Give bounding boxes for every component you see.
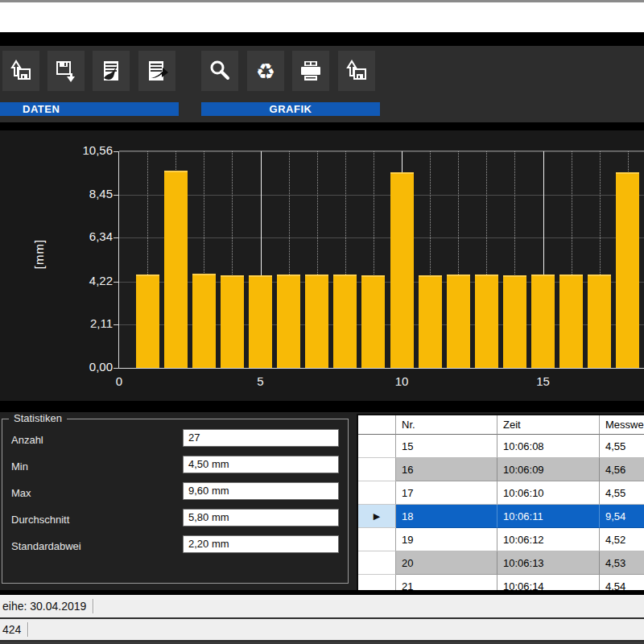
y-tick-label: 0,00 [56,361,113,374]
table-cell[interactable]: 10:06:11 [497,505,600,528]
row-selector[interactable] [358,458,396,481]
bar-chart: [mm] 0,002,114,226,348,4510,56 051015 [0,130,644,401]
table-cell[interactable]: 4,54 [600,575,644,592]
x-tick-label: 0 [116,374,122,388]
row-selector[interactable] [358,551,396,575]
statistics-title: Statistiken [9,412,67,424]
toolbar: ♻ DATEN GRAFIK [0,46,644,122]
table-cell[interactable]: 10:06:08 [497,435,600,458]
bar-measurement-12[interactable] [447,275,470,368]
floppy-up-arrow-icon [343,57,370,85]
table-cell[interactable]: 10:06:09 [497,458,600,481]
row-selector[interactable] [358,528,396,551]
stat-label-standardabwei: Standardabwei [11,537,81,556]
table-row-17[interactable]: 1710:06:104,55 [358,481,644,505]
column-header-messwert[interactable]: Messwert [600,415,644,435]
table-cell[interactable]: 20 [396,551,497,575]
save-data-button[interactable] [47,51,85,91]
bar-measurement-7[interactable] [305,275,328,368]
table-cell[interactable]: 19 [396,528,497,551]
table-row-15[interactable]: 1510:06:084,55 [358,435,644,458]
bar-measurement-17[interactable] [588,275,611,368]
report-document-button[interactable] [138,51,175,91]
table-cell[interactable]: 4,56 [600,458,644,481]
row-selector[interactable] [358,481,396,505]
y-tick-label: 6,34 [56,230,113,243]
bar-measurement-15[interactable] [531,275,555,368]
table-cell[interactable]: 18 [396,505,497,528]
table-corner-cell [358,415,396,435]
toolbar-bottom-strip [0,122,644,130]
load-data-button[interactable] [2,51,39,91]
table-cell[interactable]: 16 [396,458,497,481]
y-tick-label: 4,22 [56,275,113,287]
table-cell[interactable]: 21 [396,575,497,592]
y-tick-label: 2,11 [56,317,113,330]
zoom-button[interactable] [201,51,238,91]
table-cell[interactable]: 15 [396,435,497,458]
bar-measurement-11[interactable] [419,275,442,368]
bar-measurement-8[interactable] [333,275,357,368]
table-cell[interactable]: 10:06:10 [497,481,600,505]
bar-measurement-6[interactable] [277,275,300,368]
table-cell[interactable]: 10:06:13 [497,551,600,575]
refresh-button[interactable]: ♻ [247,51,284,91]
bar-measurement-3[interactable] [192,274,216,368]
chart-plot-area: 051015 [119,151,644,368]
upload-graph-button[interactable] [338,51,375,91]
stat-value-anzahl[interactable]: 27 [183,429,339,447]
table-cell[interactable]: 17 [396,481,497,505]
x-axis-line [118,368,644,369]
recycle-icon: ♻ [256,60,275,82]
bar-measurement-16[interactable] [559,275,583,368]
export-document-button[interactable] [93,51,130,91]
row-selector-current[interactable]: ▶ [358,505,396,528]
stat-value-durchschnitt[interactable]: 5,80 mm [183,509,339,526]
bar-measurement-10[interactable] [390,172,414,368]
title-separator-band [0,32,644,46]
horizontal-gridline [119,237,644,238]
bar-measurement-4[interactable] [221,275,244,368]
document-export-icon [97,57,125,85]
bar-measurement-5[interactable] [249,275,272,368]
stat-value-min[interactable]: 4,50 mm [183,456,339,473]
column-header-zeit[interactable]: Zeit [497,415,600,435]
table-row-21[interactable]: 2110:06:144,54 [358,575,644,592]
measurement-table[interactable]: Nr.ZeitMesswert 1510:06:084,551610:06:09… [357,414,644,592]
stat-value-standardabwei[interactable]: 2,20 mm [183,535,339,553]
table-cell[interactable]: 4,55 [600,481,644,505]
y-tick-label: 8,45 [56,188,113,200]
bar-measurement-14[interactable] [503,275,526,368]
floppy-down-arrow-icon [52,57,80,85]
table-row-19[interactable]: 1910:06:124,52 [358,528,644,551]
y-tick-label: 10,56 [56,144,113,157]
table-cell[interactable]: 9,54 [600,505,644,528]
stat-value-max[interactable]: 9,60 mm [183,482,339,500]
table-cell[interactable]: 4,55 [600,435,644,458]
table-header-row: Nr.ZeitMesswert [358,415,644,435]
print-button[interactable] [292,51,329,91]
table-cell[interactable]: 10:06:14 [497,575,600,592]
row-selector[interactable] [358,575,396,592]
document-arrow-icon [143,57,171,85]
horizontal-gridline [119,195,644,196]
floppy-up-arrow-icon [7,57,35,85]
stat-label-max: Max [11,484,31,503]
table-cell[interactable]: 10:06:12 [497,528,600,551]
bar-measurement-1[interactable] [136,275,159,368]
bar-measurement-2[interactable] [164,171,188,368]
table-row-18[interactable]: ▶1810:06:119,54 [358,505,644,528]
bar-measurement-18[interactable] [616,172,639,368]
table-row-16[interactable]: 1610:06:094,56 [358,458,644,481]
stat-label-min: Min [11,457,28,477]
table-cell[interactable]: 4,53 [600,551,644,575]
bar-measurement-13[interactable] [475,275,498,368]
stat-label-anzahl: Anzahl [11,431,43,450]
row-selector[interactable] [358,435,396,458]
table-cell[interactable]: 4,52 [600,528,644,551]
table-row-20[interactable]: 2010:06:134,53 [358,551,644,575]
status-separator [27,622,28,637]
bar-measurement-9[interactable] [361,275,385,368]
column-header-nr[interactable]: Nr. [396,415,497,435]
status-bar-series: eihe: 30.04.2019 [0,595,644,619]
